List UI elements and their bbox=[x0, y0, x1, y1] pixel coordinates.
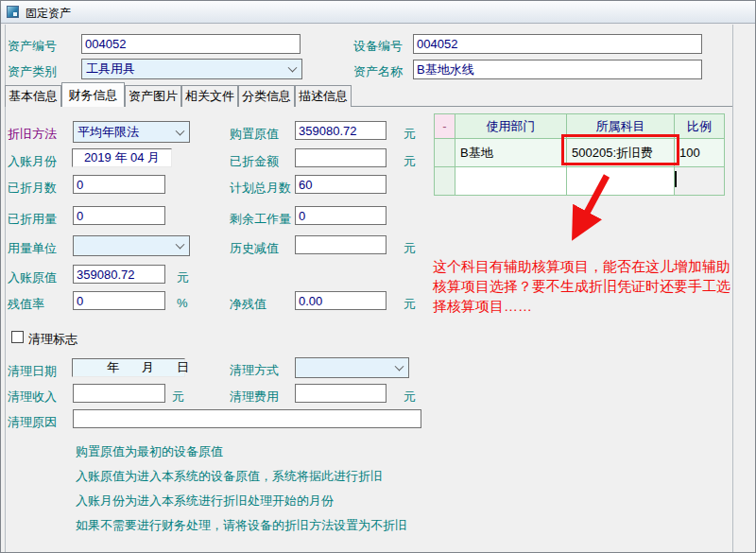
cleanup-income-label: 清理收入 bbox=[8, 389, 57, 406]
cleanup-income-input[interactable] bbox=[73, 384, 165, 403]
col-header-ratio[interactable]: 比例 bbox=[675, 114, 725, 139]
asset-name-label: 资产名称 bbox=[353, 63, 403, 80]
net-residual-label: 净残值 bbox=[230, 296, 266, 313]
entry-value-input[interactable] bbox=[73, 265, 165, 284]
depreciated-usage-label: 已折用量 bbox=[8, 211, 57, 228]
depreciated-amount-unit: 元 bbox=[404, 153, 416, 170]
depreciated-amount-label: 已折金额 bbox=[230, 153, 279, 170]
cleanup-flag-label: 清理标志 bbox=[28, 331, 77, 348]
entry-month-field[interactable]: 2019 年 04 月 bbox=[72, 148, 172, 167]
depreciated-usage-input[interactable] bbox=[73, 206, 165, 225]
asset-category-value: 工具用具 bbox=[86, 60, 135, 78]
cell-subject[interactable] bbox=[567, 167, 675, 196]
tab-classification-info[interactable]: 分类信息 bbox=[238, 85, 295, 107]
depreciation-method-value: 平均年限法 bbox=[77, 124, 139, 141]
date-unit-day: 日 bbox=[177, 359, 189, 376]
cleanup-cost-label: 清理费用 bbox=[230, 389, 279, 406]
chevron-down-icon bbox=[176, 126, 185, 135]
asset-category-dropdown[interactable]: 工具用具 bbox=[81, 59, 302, 79]
historical-impairment-input[interactable] bbox=[295, 235, 387, 254]
entry-month-label: 入账月份 bbox=[8, 153, 57, 170]
cleanup-cost-unit: 元 bbox=[404, 389, 416, 406]
tab-finance-info[interactable]: 财务信息 bbox=[61, 82, 125, 107]
cleanup-date-label: 清理日期 bbox=[8, 363, 57, 380]
cell-ratio[interactable]: 100 bbox=[675, 139, 725, 167]
asset-no-input[interactable] bbox=[81, 34, 301, 54]
entry-value-label: 入账原值 bbox=[8, 269, 57, 286]
net-residual-unit: 元 bbox=[404, 296, 416, 313]
asset-name-input[interactable] bbox=[413, 60, 702, 79]
title-bar: 固定资产 bbox=[1, 1, 755, 24]
window-title: 固定资产 bbox=[26, 6, 71, 22]
help-line: 如果不需要进行财务处理，请将设备的折旧方法设置为不折旧 bbox=[76, 513, 472, 538]
depreciation-method-label: 折旧方法 bbox=[8, 126, 57, 143]
tab-asset-picture[interactable]: 资产图片 bbox=[125, 85, 181, 107]
date-unit-month: 月 bbox=[142, 359, 154, 376]
purchase-value-input[interactable] bbox=[295, 121, 387, 140]
residual-rate-unit: % bbox=[177, 296, 188, 310]
depreciated-amount-input[interactable] bbox=[295, 148, 387, 167]
annotation-text: 这个科目有辅助核算项目，能否在这儿增加辅助核算项目选择？要不生成折旧凭证时还要手… bbox=[433, 256, 737, 316]
residual-rate-label: 残值率 bbox=[8, 296, 44, 313]
historical-impairment-unit: 元 bbox=[404, 240, 416, 257]
tab-related-files[interactable]: 相关文件 bbox=[181, 85, 238, 107]
cleanup-income-unit: 元 bbox=[172, 389, 184, 406]
device-no-label: 设备编号 bbox=[353, 38, 403, 55]
cleanup-method-dropdown[interactable] bbox=[295, 357, 409, 378]
date-unit-year: 年 bbox=[107, 359, 119, 376]
row-selector[interactable] bbox=[435, 167, 455, 196]
tab-description-info[interactable]: 描述信息 bbox=[295, 85, 352, 107]
depreciation-method-dropdown[interactable]: 平均年限法 bbox=[73, 121, 190, 143]
remaining-workload-label: 剩余工作量 bbox=[230, 211, 291, 228]
help-line: 入账月份为进入本系统进行折旧处理开始的月份 bbox=[76, 489, 472, 513]
cleanup-reason-label: 清理原因 bbox=[8, 414, 57, 431]
window-icon bbox=[7, 6, 19, 18]
planned-months-input[interactable] bbox=[295, 175, 387, 194]
table-row bbox=[435, 167, 725, 196]
cleanup-date-field[interactable]: 年 月 日 bbox=[72, 358, 185, 377]
usage-unit-dropdown[interactable] bbox=[73, 235, 190, 256]
help-text: 购置原值为最初的设备原值 入账原值为进入本系统的设备原值，系统将据此进行折旧 入… bbox=[76, 440, 472, 538]
purchase-value-label: 购置原值 bbox=[230, 126, 279, 143]
historical-impairment-label: 历史减值 bbox=[230, 240, 279, 257]
help-line: 入账原值为进入本系统的设备原值，系统将据此进行折旧 bbox=[76, 464, 472, 489]
device-no-input[interactable] bbox=[413, 34, 702, 54]
depreciated-months-label: 已折月数 bbox=[8, 180, 57, 197]
asset-category-label: 资产类别 bbox=[8, 63, 57, 80]
table-corner-cell[interactable]: - bbox=[435, 114, 455, 139]
chevron-down-icon bbox=[176, 240, 185, 250]
net-residual-input[interactable] bbox=[295, 291, 387, 310]
cell-department[interactable] bbox=[455, 167, 567, 196]
cleanup-cost-input[interactable] bbox=[295, 384, 387, 403]
entry-value-unit: 元 bbox=[177, 269, 189, 286]
usage-unit-label: 用量单位 bbox=[8, 240, 57, 257]
tab-basic-info[interactable]: 基本信息 bbox=[5, 85, 61, 107]
text-cursor bbox=[675, 171, 677, 187]
cleanup-flag-checkbox[interactable] bbox=[11, 331, 24, 343]
highlight-box bbox=[561, 134, 679, 165]
residual-rate-input[interactable] bbox=[73, 291, 165, 310]
cleanup-method-label: 清理方式 bbox=[230, 362, 279, 379]
help-line: 购置原值为最初的设备原值 bbox=[76, 440, 472, 464]
cell-ratio[interactable] bbox=[675, 167, 725, 196]
remaining-workload-input[interactable] bbox=[295, 206, 387, 225]
col-header-department[interactable]: 使用部门 bbox=[455, 114, 567, 139]
cell-department[interactable]: B基地 bbox=[455, 139, 567, 167]
planned-months-label: 计划总月数 bbox=[230, 180, 291, 197]
chevron-down-icon bbox=[395, 362, 404, 372]
cleanup-reason-input[interactable] bbox=[73, 409, 421, 428]
purchase-value-unit: 元 bbox=[404, 126, 416, 143]
asset-no-label: 资产编号 bbox=[8, 38, 57, 55]
row-selector[interactable] bbox=[435, 139, 455, 167]
chevron-down-icon bbox=[288, 63, 298, 73]
depreciated-months-input[interactable] bbox=[73, 175, 165, 194]
